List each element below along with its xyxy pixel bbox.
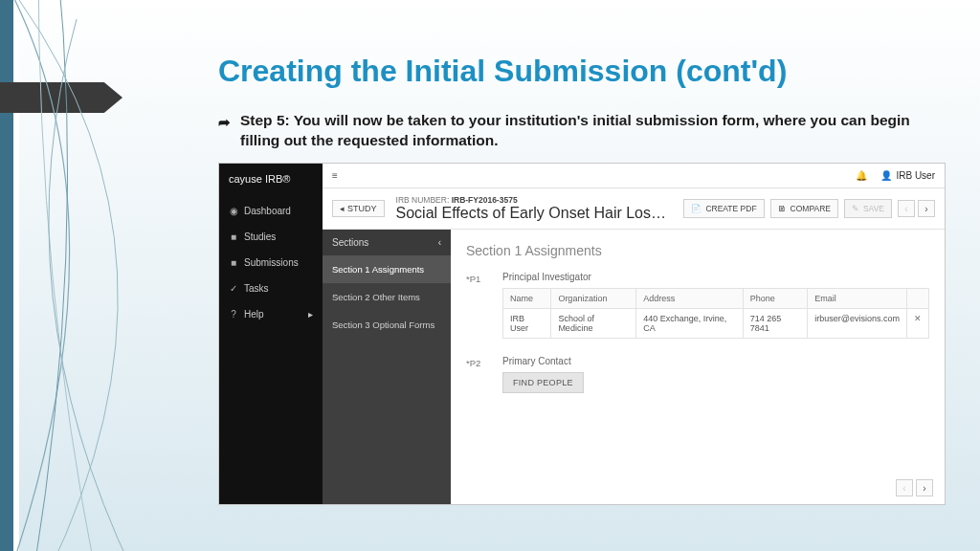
hamburger-icon[interactable]: ≡ — [332, 170, 338, 181]
next-page-button-bottom[interactable]: › — [916, 479, 933, 496]
create-pdf-button[interactable]: 📄CREATE PDF — [683, 199, 764, 218]
header-middle: IRB NUMBER: IRB-FY2016-3575 Social Effec… — [396, 195, 673, 222]
cell-name: IRB User — [503, 309, 551, 339]
user-name: IRB User — [896, 170, 935, 181]
question-icon: ? — [229, 309, 238, 320]
arrow-shape-decor — [0, 82, 122, 113]
back-to-study-button[interactable]: ◂ STUDY — [332, 200, 385, 217]
field-p1: *P1 Principal Investigator Name Organiza… — [466, 272, 929, 339]
col-email: Email — [808, 289, 907, 309]
section-item-1[interactable]: Section 1 Assignments — [323, 255, 451, 283]
prev-page-button: ‹ — [898, 200, 915, 217]
study-header: ◂ STUDY IRB NUMBER: IRB-FY2016-3575 Soci… — [323, 188, 945, 230]
user-menu[interactable]: 👤 IRB User — [880, 170, 935, 181]
table-row: IRB User School of Medicine 440 Exchange… — [503, 309, 929, 339]
main-area: ≡ 🔔 👤 IRB User ◂ STUDY IRB NUMBER: — [323, 164, 945, 504]
sidebar-label-tasks: Tasks — [244, 283, 269, 294]
sections-header[interactable]: Sections ‹ — [323, 230, 451, 255]
top-strip: ≡ 🔔 👤 IRB User — [323, 164, 945, 188]
cell-phone: 714 265 7841 — [743, 309, 807, 339]
form-title: Section 1 Assignments — [466, 243, 929, 258]
bullet-icon: ➦ — [218, 113, 231, 132]
sidebar-label-studies: Studies — [244, 231, 276, 242]
create-pdf-label: CREATE PDF — [705, 204, 756, 213]
app-screenshot: cayuse IRB® ◉Dashboard ■Studies ■Submiss… — [218, 163, 946, 505]
app-logo: cayuse IRB® — [219, 164, 323, 198]
pi-table: Name Organization Address Phone Email — [502, 288, 929, 339]
sidebar-label-submissions: Submissions — [244, 257, 299, 268]
sidebar-item-submissions[interactable]: ■Submissions — [219, 250, 323, 276]
col-org: Organization — [551, 289, 636, 309]
gauge-icon: ◉ — [229, 206, 238, 216]
section-item-2[interactable]: Section 2 Other Items — [323, 283, 451, 311]
cell-email: irbuser@evisions.com — [808, 309, 907, 339]
next-page-button[interactable]: › — [918, 200, 935, 217]
compare-icon: 🗎 — [778, 204, 787, 213]
compare-button[interactable]: 🗎COMPARE — [770, 199, 838, 218]
study-title: Social Effects of Early Onset Hair Loss … — [396, 205, 673, 222]
find-people-button[interactable]: FIND PEOPLE — [502, 372, 584, 393]
section-item-3[interactable]: Section 3 Optional Forms — [323, 311, 451, 339]
check-icon: ✓ — [229, 283, 238, 294]
sidebar-label-dashboard: Dashboard — [244, 206, 291, 216]
body-row: Sections ‹ Section 1 Assignments Section… — [323, 230, 945, 504]
header-actions: 📄CREATE PDF 🗎COMPARE ✎SAVE ‹ › — [683, 199, 935, 218]
cell-address: 440 Exchange, Irvine, CA — [636, 309, 744, 339]
back-label: STUDY — [347, 204, 377, 213]
chevron-left-icon: ◂ — [340, 204, 345, 213]
folder-icon: ■ — [229, 257, 238, 268]
slide-title: Creating the Initial Submission (cont'd) — [218, 54, 951, 89]
form-area: Section 1 Assignments *P1 Principal Inve… — [451, 230, 945, 504]
irb-number-value: IRB-FY2016-3575 — [452, 195, 518, 205]
col-remove — [907, 289, 929, 309]
bullet: ➦ Step 5: You will now be taken to your … — [218, 111, 942, 151]
bell-icon[interactable]: 🔔 — [856, 170, 867, 181]
file-icon: 📄 — [691, 204, 702, 213]
save-label: SAVE — [863, 204, 884, 213]
compare-label: COMPARE — [791, 204, 831, 213]
save-button: ✎SAVE — [844, 199, 892, 218]
folder-icon: ■ — [229, 231, 238, 242]
sections-panel: Sections ‹ Section 1 Assignments Section… — [323, 230, 451, 504]
sidebar-item-help[interactable]: ?Help ▸ — [219, 301, 323, 327]
slide: Creating the Initial Submission (cont'd)… — [0, 0, 980, 551]
irb-number: IRB NUMBER: IRB-FY2016-3575 — [396, 195, 673, 205]
table-header-row: Name Organization Address Phone Email — [503, 289, 929, 309]
col-phone: Phone — [743, 289, 807, 309]
col-name: Name — [503, 289, 551, 309]
sidebar-item-dashboard[interactable]: ◉Dashboard — [219, 198, 323, 224]
chevron-right-icon: ▸ — [308, 309, 313, 320]
remove-row-button[interactable]: ✕ — [907, 309, 929, 339]
col-address: Address — [636, 289, 744, 309]
sidebar-item-tasks[interactable]: ✓Tasks — [219, 276, 323, 301]
user-icon: 👤 — [880, 170, 892, 181]
cell-org: School of Medicine — [551, 309, 636, 339]
header-pager: ‹ › — [898, 200, 935, 217]
field-tag-p2: *P2 — [466, 356, 493, 393]
irb-number-label: IRB NUMBER: — [396, 195, 450, 205]
field-p2: *P2 Primary Contact FIND PEOPLE — [466, 356, 929, 393]
field-label-p2: Primary Contact — [502, 356, 929, 366]
bullet-text: Step 5: You will now be taken to your in… — [240, 111, 942, 151]
prev-page-button-bottom: ‹ — [896, 479, 913, 496]
sidebar-label-help: Help — [244, 309, 264, 320]
sidebar-item-studies[interactable]: ■Studies — [219, 224, 323, 250]
sidebar: cayuse IRB® ◉Dashboard ■Studies ■Submiss… — [219, 164, 323, 504]
sections-label: Sections — [332, 237, 368, 248]
chevron-left-icon: ‹ — [438, 237, 441, 248]
field-label-p1: Principal Investigator — [502, 272, 929, 282]
save-icon: ✎ — [852, 204, 859, 213]
bottom-pager: ‹ › — [896, 479, 933, 496]
field-tag-p1: *P1 — [466, 272, 493, 339]
